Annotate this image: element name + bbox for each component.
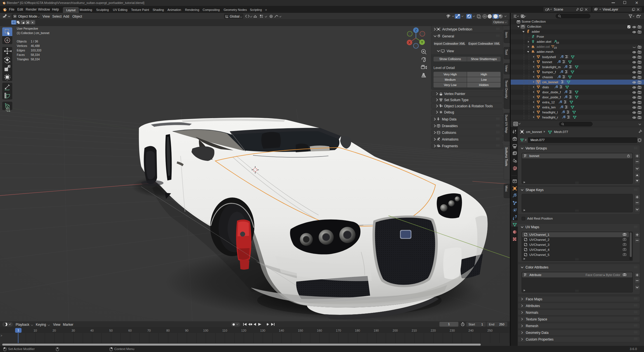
svg-text:X: X: [408, 41, 411, 44]
svg-text:Z: Z: [415, 28, 417, 32]
svg-text:Y: Y: [421, 41, 423, 44]
